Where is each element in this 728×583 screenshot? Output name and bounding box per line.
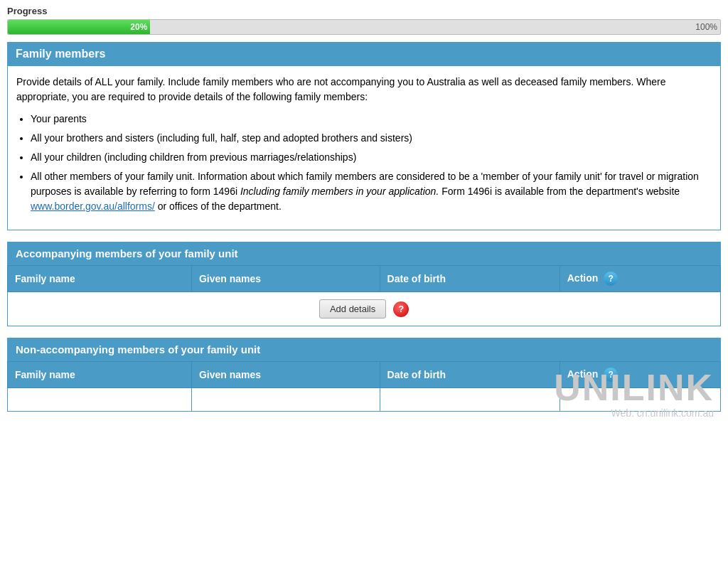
non-acc-empty-row [8, 388, 721, 412]
family-members-header: Family members [7, 42, 721, 66]
non-acc-col-given-names: Given names [191, 362, 380, 388]
add-details-help-icon[interactable]: ? [393, 301, 409, 317]
non-accompanying-section-header: Non-accompanying members of your family … [7, 338, 721, 361]
non-acc-action-help-icon[interactable]: ? [604, 368, 618, 382]
list-item: All your children (including children fr… [31, 150, 712, 165]
col-dob: Date of birth [380, 266, 560, 292]
accompanying-section: Accompanying members of your family unit… [7, 242, 721, 326]
family-members-description: Provide details of ALL your family. Incl… [7, 66, 721, 230]
accompanying-section-header: Accompanying members of your family unit [7, 242, 721, 265]
progress-end-label: 100% [695, 22, 717, 32]
non-accompanying-table: Family name Given names Date of birth Ac… [7, 361, 721, 412]
col-action: Action ? [560, 266, 720, 292]
progress-percent: 20% [130, 22, 147, 32]
table-header-row: Family name Given names Date of birth Ac… [8, 266, 721, 292]
col-family-name: Family name [8, 266, 192, 292]
add-details-button[interactable]: Add details [319, 299, 386, 319]
non-acc-col-dob: Date of birth [380, 362, 560, 388]
non-acc-header-row: Family name Given names Date of birth Ac… [8, 362, 721, 388]
progress-label: Progress [7, 6, 721, 16]
progress-bar-fill: 20% [8, 20, 150, 34]
description-p1: Provide details of ALL your family. Incl… [16, 75, 712, 105]
border-gov-link[interactable]: www.border.gov.au/allforms/ [31, 200, 155, 212]
accompanying-table: Family name Given names Date of birth Ac… [7, 265, 721, 326]
non-acc-empty-cell-2 [191, 388, 380, 412]
list-item: All your brothers and sisters (including… [31, 131, 712, 146]
non-acc-empty-cell-4 [560, 388, 720, 412]
non-acc-empty-cell-3 [380, 388, 560, 412]
progress-section: Progress 20% 100% [0, 0, 728, 42]
family-members-section: Family members Provide details of ALL yo… [7, 42, 721, 230]
progress-bar-container: 20% 100% [7, 19, 721, 35]
action-help-icon[interactable]: ? [604, 272, 618, 286]
bullet-list: Your parents All your brothers and siste… [31, 112, 712, 214]
non-acc-col-family-name: Family name [8, 362, 192, 388]
non-accompanying-section: Non-accompanying members of your family … [7, 338, 721, 412]
add-details-cell: Add details ? [8, 292, 721, 326]
non-acc-empty-cell-1 [8, 388, 192, 412]
add-details-row: Add details ? [8, 292, 721, 326]
non-acc-col-action: Action ? [560, 362, 720, 388]
col-given-names: Given names [191, 266, 380, 292]
list-item: Your parents [31, 112, 712, 127]
list-item-last: All other members of your family unit. I… [31, 169, 712, 214]
main-content: Family members Provide details of ALL yo… [0, 42, 728, 412]
